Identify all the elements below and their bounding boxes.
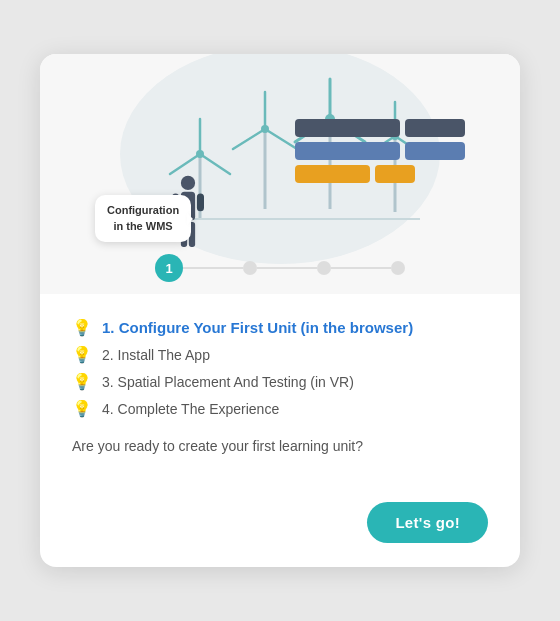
lets-go-button[interactable]: Let's go! <box>367 502 488 543</box>
steps-list: 💡 1. Configure Your First Unit (in the b… <box>72 318 488 418</box>
progress-dot-2 <box>243 261 257 275</box>
bulb-icon-2: 💡 <box>72 345 92 364</box>
hero-section: Configuration in the WMS 1 <box>40 54 520 294</box>
progress-indicator: 1 <box>155 254 405 282</box>
step-item-4: 💡 4. Complete The Experience <box>72 399 488 418</box>
bulb-icon-3: 💡 <box>72 372 92 391</box>
progress-line-1 <box>183 267 243 269</box>
step-item-2: 💡 2. Install The App <box>72 345 488 364</box>
content-area: 💡 1. Configure Your First Unit (in the b… <box>40 294 520 502</box>
ready-text: Are you ready to create your first learn… <box>72 438 488 454</box>
step-label-4: 4. Complete The Experience <box>102 401 279 417</box>
progress-line-2 <box>257 267 317 269</box>
progress-line-3 <box>331 267 391 269</box>
step-label-3: 3. Spatial Placement And Testing (in VR) <box>102 374 354 390</box>
progress-dot-1: 1 <box>155 254 183 282</box>
progress-dot-4 <box>391 261 405 275</box>
svg-line-9 <box>265 129 297 149</box>
footer: Let's go! <box>40 502 520 567</box>
wms-mockup <box>295 119 470 188</box>
bulb-icon-4: 💡 <box>72 399 92 418</box>
step-label-1: 1. Configure Your First Unit (in the bro… <box>102 319 413 336</box>
svg-line-3 <box>170 154 200 174</box>
config-bubble: Configuration in the WMS <box>95 195 191 242</box>
svg-line-8 <box>233 129 265 149</box>
svg-point-21 <box>181 176 195 190</box>
step-label-2: 2. Install The App <box>102 347 210 363</box>
svg-line-4 <box>200 154 230 174</box>
bubble-line1: Configuration <box>107 204 179 216</box>
step-item-1: 💡 1. Configure Your First Unit (in the b… <box>72 318 488 337</box>
bubble-line2: in the WMS <box>113 220 172 232</box>
svg-rect-26 <box>197 194 204 212</box>
step-item-3: 💡 3. Spatial Placement And Testing (in V… <box>72 372 488 391</box>
progress-dot-3 <box>317 261 331 275</box>
main-card: Configuration in the WMS 1 <box>40 54 520 567</box>
bulb-icon-1: 💡 <box>72 318 92 337</box>
